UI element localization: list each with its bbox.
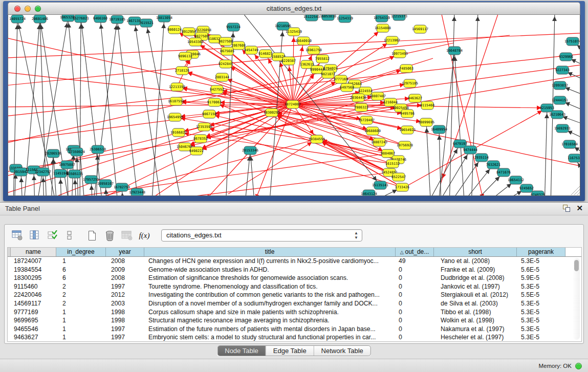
- table-panel-header[interactable]: Table Panel ✕: [0, 203, 588, 215]
- network-edge[interactable]: [8, 35, 510, 86]
- cell-pagerank[interactable]: 5.6E-5: [517, 266, 565, 274]
- tab-network-table[interactable]: Network Table: [314, 346, 371, 356]
- cell-outde[interactable]: 0: [396, 282, 434, 291]
- column-header-short[interactable]: short: [434, 248, 517, 256]
- cell-name[interactable]: 9115460: [11, 282, 56, 291]
- cell-short[interactable]: de Silva et al. (2003): [434, 299, 517, 308]
- network-node[interactable]: 9115460: [420, 101, 434, 110]
- network-window-titlebar[interactable]: citations_edges.txt: [8, 2, 580, 15]
- network-node[interactable]: 12342757: [35, 168, 51, 176]
- cell-title[interactable]: Corpus callosum shape and size in male p…: [144, 308, 396, 317]
- cell-name[interactable]: 18300295: [11, 274, 56, 282]
- network-node[interactable]: 14643124: [361, 190, 377, 196]
- network-node[interactable]: 7485063: [399, 64, 413, 73]
- network-edge[interactable]: [135, 21, 162, 196]
- network-node[interactable]: 20206536: [45, 149, 61, 158]
- cell-year[interactable]: 1997: [106, 333, 144, 342]
- table-row[interactable]: 1872400712008Changes of HCN gene express…: [8, 257, 581, 266]
- column-header-title[interactable]: title: [144, 248, 396, 256]
- network-node[interactable]: 7955812: [315, 55, 330, 63]
- memory-status-indicator[interactable]: [575, 363, 582, 369]
- network-window[interactable]: citations_edges.txt 18724007986012489129…: [3, 1, 585, 201]
- network-node[interactable]: 8471676: [496, 168, 511, 177]
- cell-name[interactable]: 18724007: [11, 257, 56, 266]
- network-node[interactable]: 9227343: [555, 66, 570, 74]
- cell-title[interactable]: Estimation of the future numbers of pati…: [144, 325, 396, 334]
- resize-grip[interactable]: [571, 186, 580, 195]
- cell-pagerank[interactable]: 5.3E-5: [517, 316, 565, 325]
- network-node[interactable]: 9867150: [202, 110, 216, 118]
- network-node[interactable]: 8220387: [281, 57, 296, 65]
- network-node[interactable]: 17016504: [561, 140, 578, 148]
- network-node[interactable]: 16782759: [114, 183, 130, 191]
- cell-pagerank[interactable]: 5.3E-5: [517, 257, 565, 266]
- network-node[interactable]: 16154808: [375, 24, 391, 32]
- column-header-pagerank[interactable]: pagerank: [517, 248, 565, 256]
- network-node[interactable]: 25306510: [90, 145, 106, 154]
- network-node[interactable]: 9557224: [226, 23, 241, 31]
- network-node[interactable]: 16053810: [320, 15, 336, 20]
- cell-indegree[interactable]: 2: [56, 282, 106, 291]
- cell-title[interactable]: Embryonic stem cells: a model to study s…: [144, 333, 396, 342]
- network-node[interactable]: 15276021: [73, 15, 89, 23]
- minimize-window-button[interactable]: [25, 6, 31, 12]
- table-row[interactable]: 911546021997Tourette syndrome. Phenomeno…: [8, 282, 581, 291]
- network-node[interactable]: 15122543: [303, 15, 320, 21]
- network-node[interactable]: 9146821: [258, 50, 273, 58]
- cell-outde[interactable]: 0: [396, 316, 434, 325]
- cell-name[interactable]: 9465546: [11, 325, 56, 334]
- cell-year[interactable]: 1998: [106, 308, 144, 317]
- network-node[interactable]: 10975887: [59, 161, 75, 169]
- network-edge[interactable]: [447, 158, 482, 196]
- table-row[interactable]: 1830029562008Estimation of significance …: [8, 274, 581, 282]
- network-node[interactable]: 12215373: [391, 15, 407, 20]
- network-node[interactable]: 16648784: [446, 47, 463, 55]
- cell-outde[interactable]: 0: [396, 266, 434, 274]
- cell-indegree[interactable]: 2: [56, 299, 106, 308]
- cell-title[interactable]: Disruption of a novel member of a sodium…: [144, 299, 396, 308]
- network-node[interactable]: 2803144: [215, 73, 229, 81]
- network-edge[interactable]: [425, 144, 460, 196]
- function-builder-button[interactable]: f(x): [137, 228, 152, 243]
- network-node[interactable]: 12093832: [552, 81, 568, 90]
- network-node[interactable]: 18300295: [264, 108, 280, 117]
- network-node[interactable]: 9821072: [321, 70, 335, 78]
- column-header-name[interactable]: name: [11, 248, 56, 256]
- network-node[interactable]: 10973493: [391, 50, 408, 58]
- network-node[interactable]: 19756928: [397, 141, 413, 149]
- network-edge[interactable]: [449, 15, 454, 196]
- network-node[interactable]: 18807243: [371, 138, 387, 146]
- table-mode-button[interactable]: [10, 228, 25, 243]
- cell-short[interactable]: Hescheler et al. (1997): [434, 333, 517, 342]
- network-node[interactable]: 1733426: [395, 183, 409, 191]
- network-node[interactable]: 12444151: [552, 96, 568, 104]
- network-node[interactable]: 9245652: [519, 184, 534, 192]
- network-node[interactable]: 10654112: [508, 176, 524, 184]
- cell-indegree[interactable]: 2: [56, 291, 106, 299]
- cell-year[interactable]: 2008: [106, 257, 144, 266]
- cell-outde[interactable]: 0: [396, 308, 434, 317]
- import-table-button[interactable]: [119, 228, 135, 243]
- column-header-year[interactable]: year: [106, 248, 144, 256]
- cell-indegree[interactable]: 1: [56, 333, 106, 342]
- zoom-window-button[interactable]: [35, 6, 41, 12]
- network-node[interactable]: 19654923: [399, 126, 416, 134]
- network-node[interactable]: 9860124: [167, 26, 182, 34]
- row-height-button[interactable]: [62, 228, 77, 243]
- table-row[interactable]: 946362711997Embryonic stem cells: a mode…: [8, 333, 581, 342]
- network-node[interactable]: 19654955: [167, 113, 183, 121]
- network-node[interactable]: 9463627: [408, 94, 422, 102]
- network-edge[interactable]: [471, 15, 478, 196]
- cell-pagerank[interactable]: 5.3E-5: [517, 333, 565, 342]
- network-edge[interactable]: [117, 19, 139, 196]
- network-edge[interactable]: [67, 165, 69, 196]
- network-node[interactable]: 14055724: [9, 15, 26, 23]
- network-node[interactable]: 8675685: [220, 47, 234, 55]
- cell-name[interactable]: 14569117: [11, 299, 56, 308]
- column-visibility-button[interactable]: [27, 228, 42, 243]
- cell-short[interactable]: Jankovic et al. (1997): [434, 282, 517, 291]
- network-node[interactable]: 10754319: [374, 15, 390, 22]
- close-panel-icon[interactable]: ✕: [576, 205, 583, 212]
- network-node[interactable]: 9748375: [531, 191, 545, 196]
- cell-indegree[interactable]: 6: [56, 266, 106, 274]
